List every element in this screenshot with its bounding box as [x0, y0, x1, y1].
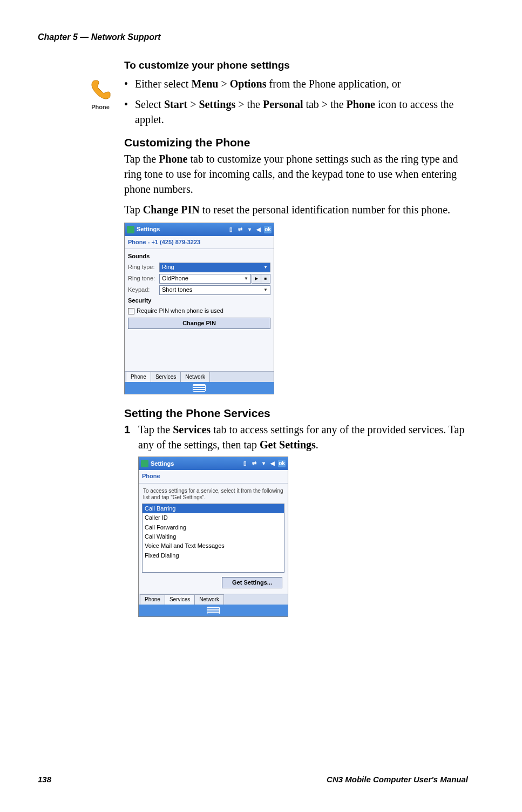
- text: > the: [235, 98, 263, 110]
- keypad-dropdown[interactable]: Short tones▼: [159, 285, 270, 295]
- ringtone-value: OldPhone: [162, 274, 188, 283]
- keyboard-icon[interactable]: [193, 384, 206, 392]
- play-button[interactable]: ▶: [252, 274, 261, 284]
- change-pin-label: Change PIN: [143, 204, 200, 216]
- titlebar: Settings ▯ ⇄ ▾ ◀ ok: [139, 457, 288, 470]
- settings-body: Sounds Ring type: Ring▼ Ring tone: OldPh…: [125, 249, 274, 371]
- list-item[interactable]: Call Forwarding: [143, 523, 284, 532]
- settings-body: To access settings for a service, select…: [139, 484, 288, 594]
- start-label: Start: [164, 98, 187, 110]
- keypad-label: Keypad:: [128, 286, 159, 294]
- ringtype-value: Ring: [162, 263, 174, 271]
- menu-label: Menu: [191, 78, 218, 90]
- phone-number-subtitle: Phone - +1 (425) 879-3223: [125, 236, 274, 249]
- text: tab > the: [303, 98, 346, 110]
- text: >: [187, 98, 199, 110]
- titlebar: Settings ▯ ⇄ ▾ ◀ ok: [125, 223, 274, 236]
- phone-settings-screenshot: Settings ▯ ⇄ ▾ ◀ ok Phone - +1 (425) 879…: [124, 223, 274, 394]
- page-footer: 138 CN3 Mobile Computer User's Manual: [38, 775, 468, 784]
- step-number: 1: [124, 422, 130, 437]
- text: Tap the: [124, 153, 159, 165]
- start-flag-icon[interactable]: [141, 460, 148, 467]
- manual-title: CN3 Mobile Computer User's Manual: [327, 775, 468, 784]
- text: .: [316, 439, 318, 451]
- main-content: To customize your phone settings Phone E…: [124, 58, 468, 617]
- signal-icon: ▯: [241, 460, 249, 467]
- tab-services[interactable]: Services: [165, 594, 195, 605]
- stop-button[interactable]: ■: [261, 274, 270, 284]
- list-item[interactable]: Call Barring: [143, 504, 284, 513]
- signal-icon: ▯: [227, 226, 235, 233]
- ringtype-dropdown[interactable]: Ring▼: [159, 263, 270, 272]
- chevron-down-icon: ▼: [244, 276, 248, 281]
- volume-icon: ◀: [269, 460, 276, 467]
- settings-label: Settings: [199, 98, 235, 110]
- help-text: To access settings for a service, select…: [143, 488, 283, 501]
- options-label: Options: [230, 78, 267, 90]
- change-pin-button[interactable]: Change PIN: [128, 318, 270, 329]
- chapter-header: Chapter 5 — Network Support: [38, 32, 468, 42]
- list-item[interactable]: Voice Mail and Text Messages: [143, 541, 284, 551]
- phone-tab-label: Phone: [159, 153, 187, 165]
- checkbox-icon: [128, 308, 134, 314]
- volume-icon: ◀: [255, 226, 262, 233]
- text: to reset the personal identification num…: [200, 204, 450, 216]
- sip-bar: [139, 605, 288, 616]
- text: Tap: [124, 204, 143, 216]
- ringtone-label: Ring tone:: [128, 274, 159, 283]
- antenna-icon: ▾: [260, 460, 267, 467]
- customizing-heading: Customizing the Phone: [124, 135, 468, 150]
- services-heading: Setting the Phone Services: [124, 405, 468, 421]
- services-settings-screenshot: Settings ▯ ⇄ ▾ ◀ ok Phone To access sett…: [138, 457, 288, 617]
- text: Select: [135, 98, 164, 110]
- bullet-list: Either select Menu > Options from the Ph…: [124, 76, 468, 127]
- personal-label: Personal: [263, 98, 303, 110]
- ok-button[interactable]: ok: [278, 460, 286, 467]
- connection-icon: ⇄: [250, 460, 258, 467]
- security-group-label: Security: [128, 297, 270, 305]
- list-item[interactable]: Caller ID: [143, 513, 284, 522]
- ringtype-label: Ring type:: [128, 263, 159, 271]
- ok-button[interactable]: ok: [264, 226, 272, 233]
- antenna-icon: ▾: [246, 226, 253, 233]
- keypad-value: Short tones: [162, 286, 192, 294]
- phone-label: Phone: [347, 98, 375, 110]
- phone-icon-label: Phone: [86, 103, 114, 111]
- list-item[interactable]: Fixed Dialing: [143, 551, 284, 560]
- text: Either select: [135, 78, 191, 90]
- step-1: 1 Tap the Services tab to access setting…: [124, 422, 468, 452]
- text: from the Phone application, or: [267, 78, 401, 90]
- ringtone-dropdown[interactable]: OldPhone▼: [159, 274, 251, 284]
- tab-phone[interactable]: Phone: [126, 372, 151, 382]
- paragraph: Tap Change PIN to reset the personal ide…: [124, 202, 468, 217]
- get-settings-button[interactable]: Get Settings...: [222, 577, 282, 588]
- tab-network[interactable]: Network: [180, 372, 210, 382]
- services-listbox[interactable]: Call Barring Caller ID Call Forwarding C…: [142, 504, 284, 573]
- sounds-group-label: Sounds: [128, 252, 270, 260]
- list-item[interactable]: Call Waiting: [143, 532, 284, 541]
- bullet-item: Select Start > Settings > the Personal t…: [124, 97, 468, 127]
- phone-subtitle: Phone: [139, 470, 288, 483]
- text: Tap the: [138, 424, 173, 435]
- phone-icon-container: Phone: [86, 78, 114, 111]
- window-title: Settings: [137, 225, 160, 233]
- bullet-item: Either select Menu > Options from the Ph…: [124, 76, 468, 91]
- page-number: 138: [38, 775, 51, 784]
- text: >: [218, 78, 229, 90]
- tab-phone[interactable]: Phone: [140, 594, 165, 605]
- tabs: Phone Services Network: [139, 594, 288, 605]
- window-title: Settings: [151, 460, 174, 468]
- get-settings-label: Get Settings: [260, 439, 316, 451]
- section-title: To customize your phone settings: [124, 58, 468, 73]
- start-flag-icon[interactable]: [127, 226, 134, 233]
- keyboard-icon[interactable]: [207, 607, 220, 614]
- tab-services[interactable]: Services: [151, 372, 181, 382]
- paragraph: Tap the Phone tab to customize your phon…: [124, 151, 468, 197]
- phone-icon: [89, 78, 112, 102]
- connection-icon: ⇄: [236, 226, 244, 233]
- require-pin-checkbox[interactable]: Require PIN when phone is used: [128, 307, 270, 315]
- tabs: Phone Services Network: [125, 371, 274, 382]
- chevron-down-icon: ▼: [263, 264, 268, 270]
- tab-network[interactable]: Network: [194, 594, 224, 605]
- sip-bar: [125, 382, 274, 394]
